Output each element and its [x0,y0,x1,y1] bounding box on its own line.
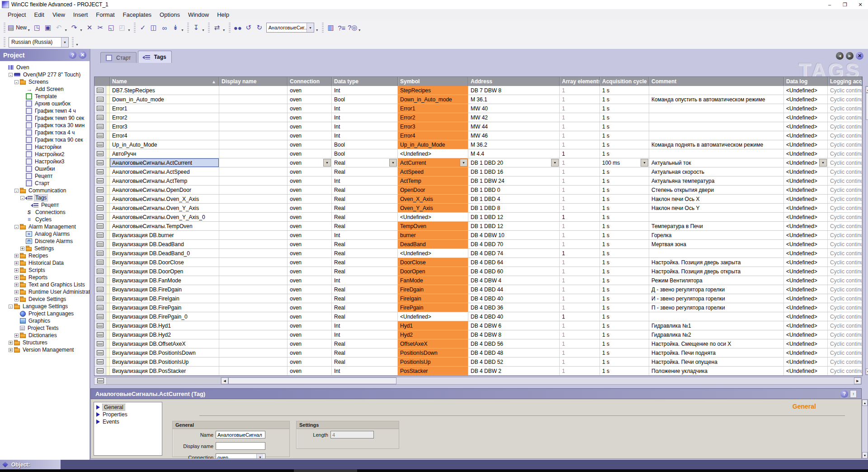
cell-name[interactable]: Визуализация DB.DeadBand_0 [110,249,219,257]
cell-logging-acquisition[interactable]: Cyclic continu [828,231,862,239]
cell-connection[interactable]: oven▼ [288,158,332,167]
cell-comment[interactable]: Настройка. Позиция дверь открыта [649,267,784,276]
context-help-button[interactable]: ?◎ [348,23,358,33]
row-handle[interactable] [94,95,106,104]
cell-display-name[interactable] [219,358,288,366]
tree-item-график-темп-4-ч[interactable]: График темп 4 ч [1,107,90,114]
menu-item-insert[interactable]: Insert [69,10,92,19]
cell-display-name[interactable] [219,330,288,339]
properties-nav-events[interactable]: Events [94,418,162,425]
cell-logging-acquisition[interactable]: Cyclic continu [828,158,862,167]
column-header-data-type[interactable]: Data type [332,77,398,86]
collapse-icon[interactable]: - [14,80,19,84]
tree-item-device-settings[interactable]: +Device Settings [1,296,90,303]
cell-data-log[interactable]: <Undefined> [784,95,828,104]
cell-comment[interactable] [649,113,784,122]
cell-name[interactable]: АналоговыеСигналы.ActSpeed [110,167,219,176]
tree-item-text-and-graphics-lists[interactable]: +Text and Graphics Lists [1,281,90,288]
cell-acquisition-cycle[interactable]: 1 s [600,149,649,158]
row-handle[interactable] [94,330,106,339]
cell-address[interactable]: DB 4 DBD 40 [468,312,560,321]
menu-item-options[interactable]: Options [156,10,184,19]
row-handle[interactable] [94,195,106,203]
screen-preview-button[interactable]: ◫ [149,23,159,33]
cell-data-log[interactable]: <Undefined> [784,276,828,285]
find-replace-button[interactable]: ⇄ [212,23,222,33]
cell-comment[interactable]: Наклон печи Ось X [649,195,784,203]
cell-comment[interactable]: Гидравлика №2 [649,330,784,339]
cell-name[interactable]: Down_in_Auto_mode [110,95,219,104]
cell-array-elements[interactable]: 1 [560,131,600,140]
cell-logging-acquisition[interactable]: Cyclic continu [828,294,862,303]
collapse-icon[interactable]: - [14,225,19,229]
cell-array-elements[interactable]: 1 [560,86,600,95]
consistency-check-button[interactable]: ✓ [138,23,148,33]
cell-comment[interactable] [649,86,784,95]
table-row[interactable]: Визуализация DB.Hyd2ovenIntHyd2DB 4 DBW … [94,330,862,339]
cell-display-name[interactable] [219,104,288,113]
toolbar-dropdown-icon[interactable]: ▼ [27,29,30,32]
cell-array-elements[interactable]: 1 [560,186,600,194]
cell-acquisition-cycle[interactable]: 1 s [600,330,649,339]
expand-icon[interactable]: + [14,254,19,258]
cell-connection[interactable]: oven [288,321,332,330]
cell-comment[interactable]: Актуальяна температура [649,176,784,185]
cell-data-type[interactable]: Bool [332,140,398,149]
table-row[interactable]: АналоговыеСигналы.ActCurrentoven▼Real▼Ac… [94,158,862,167]
chevron-down-icon[interactable]: ▼ [61,38,68,47]
table-row[interactable]: Визуализация DB.FanModeovenIntFanModeDB … [94,276,862,285]
tree-item-архив-ошибок[interactable]: Архив ошибок [1,100,90,107]
cell-array-elements[interactable]: 1 [560,149,600,158]
row-handle[interactable] [94,86,106,95]
cell-display-name[interactable] [219,222,288,230]
cell-data-type[interactable]: Real [332,167,398,176]
table-row[interactable]: Визуализация DB.FireDgainovenRealFireDga… [94,285,862,294]
cell-logging-acquisition[interactable]: Cyclic continu [828,367,862,375]
table-row[interactable]: АналоговыеСигналы.OpenDoorovenRealOpenDo… [94,186,862,195]
cell-acquisition-cycle[interactable]: 1 s [600,195,649,203]
cell-address[interactable]: DB 1 DBD 16 [468,167,560,176]
cell-comment[interactable] [649,149,784,158]
cell-address[interactable]: DB 4 DBW 2 [468,367,560,375]
cell-connection[interactable]: oven [288,258,332,267]
column-header-address[interactable]: Address [468,77,560,86]
menu-item-window[interactable]: Window [184,10,213,19]
cell-array-elements[interactable]: 1 [560,122,600,131]
cell-comment[interactable]: Режим Вентилятора [649,276,784,285]
row-handle[interactable] [94,140,106,149]
cell-data-type[interactable]: Real [332,195,398,203]
cell-name[interactable]: АналоговыеСигналы.Oven_Y_Axis [110,204,219,212]
cell-logging-acquisition[interactable]: Cyclic continu [828,358,862,366]
column-header-name[interactable]: Name▲ [110,77,219,86]
cell-name[interactable]: Визуализация DB.DoorClose [110,258,219,267]
table-row[interactable]: DB7.StepRecipesovenIntStepRecipesDB 7 DB… [94,86,862,95]
cell-data-log[interactable]: <Undefined> [784,204,828,212]
cell-logging-acquisition[interactable]: Cyclic continu [828,249,862,257]
expand-icon[interactable]: + [14,268,19,272]
cell-connection[interactable]: oven [288,330,332,339]
cell-acquisition-cycle[interactable]: 1 s [600,276,649,285]
cell-array-elements[interactable]: 1 [560,303,600,312]
tree-item-рецепт[interactable]: Рецепт [1,201,90,209]
row-handle[interactable] [94,348,106,357]
cell-data-type[interactable]: Int [332,122,398,131]
cell-comment[interactable] [649,312,784,321]
cell-acquisition-cycle[interactable]: 1 s [600,86,649,95]
cell-connection[interactable]: oven [288,213,332,221]
cell-connection[interactable]: oven [288,167,332,176]
toolbar-grip[interactable] [229,23,231,33]
cell-display-name[interactable] [219,321,288,330]
cell-array-elements[interactable]: 1 [560,240,600,248]
cell-symbol[interactable]: DeadBand [398,240,468,248]
tree-item-connections[interactable]: Connections [1,209,90,216]
cell-logging-acquisition[interactable]: Cyclic continu [828,303,862,312]
cell-name[interactable]: Визуализация DB.FireIgain [110,294,219,303]
new-screen-button[interactable]: ▤New [8,23,27,33]
cell-logging-acquisition[interactable]: Cyclic continu [828,285,862,294]
table-row[interactable]: Визуализация DB.FirePgain_0ovenReal<Unde… [94,312,862,321]
chevron-down-icon[interactable]: ▼ [256,454,264,459]
cell-symbol[interactable]: Error4 [398,131,468,140]
cell-data-log[interactable]: <Undefined> [784,131,828,140]
cell-address[interactable]: DB 4 DBD 36 [468,303,560,312]
cell-array-elements[interactable]: 1 [560,285,600,294]
